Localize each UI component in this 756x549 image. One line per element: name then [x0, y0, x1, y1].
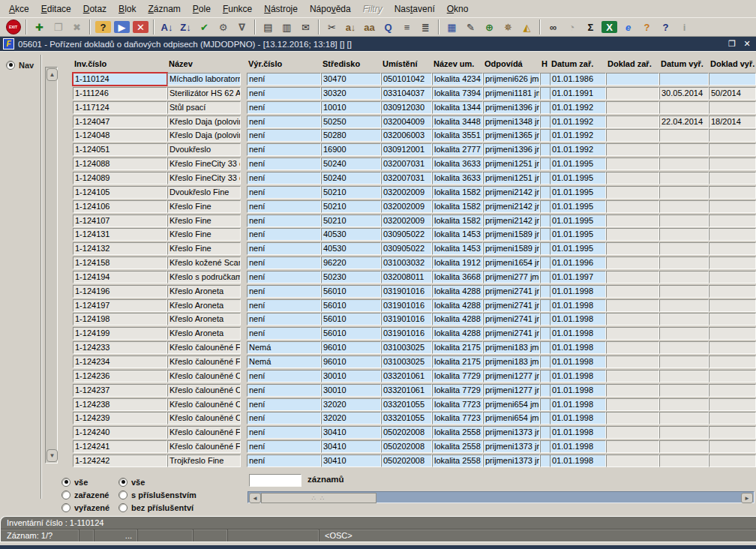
- grid-cell[interactable]: 50/2014: [709, 87, 756, 100]
- grid-cell[interactable]: [540, 242, 550, 255]
- grid-cell[interactable]: prijmeni183 jme: [483, 356, 540, 368]
- grid-cell[interactable]: 1-124089: [73, 172, 167, 184]
- grid-cell[interactable]: není: [247, 172, 321, 184]
- grid-cell[interactable]: [540, 228, 550, 241]
- grid-cell[interactable]: prijmeni2741 jm: [483, 299, 540, 312]
- filter-icon[interactable]: ∇: [232, 19, 251, 35]
- grid-cell[interactable]: Nemá: [247, 341, 321, 354]
- exit-button[interactable]: EXIT: [4, 19, 22, 35]
- grid-cell[interactable]: [540, 186, 550, 199]
- grid-cell[interactable]: 1-124105: [73, 186, 167, 199]
- print-icon[interactable]: ▤: [259, 19, 278, 35]
- grid-cell[interactable]: lokalita 3551: [432, 129, 483, 142]
- grid-cell[interactable]: [540, 299, 550, 312]
- grid-cell[interactable]: Křeslo čalouněné O: [167, 370, 241, 382]
- grid-cell[interactable]: 30410: [321, 440, 381, 453]
- grid-cell[interactable]: [540, 370, 550, 382]
- grid-cell[interactable]: prijmeni277 jme: [483, 271, 540, 284]
- grid-cell[interactable]: [606, 73, 659, 86]
- grid-cell[interactable]: Křeslo Aroneta: [167, 313, 241, 326]
- horizontal-scrollbar[interactable]: ◄ ∴ ∴ ►: [248, 491, 754, 503]
- grid-cell[interactable]: prijmeni1373 jm: [483, 426, 540, 439]
- grid-cell[interactable]: [606, 384, 659, 397]
- grid-cell[interactable]: prijmeni1589 jm: [483, 242, 540, 255]
- grid-cell[interactable]: 56010: [321, 327, 381, 340]
- grid-cell[interactable]: 01.01.1998: [550, 341, 606, 354]
- grid-cell[interactable]: 01.01.1995: [550, 200, 606, 213]
- grid-cell[interactable]: [659, 454, 709, 467]
- sum-icon[interactable]: Σ: [581, 19, 600, 35]
- grid-cell[interactable]: [659, 214, 709, 227]
- grid-cell[interactable]: není: [247, 158, 321, 170]
- grid-cell[interactable]: 01.01.1998: [550, 384, 606, 397]
- grid-cell[interactable]: 30470: [321, 73, 381, 86]
- grid-cell[interactable]: Křeslo Fine: [167, 214, 241, 227]
- grid-cell[interactable]: [606, 186, 659, 199]
- grid-cell[interactable]: [709, 256, 756, 269]
- grid-cell[interactable]: 01.01.1992: [550, 116, 606, 128]
- grid-cell[interactable]: 30320: [321, 87, 381, 100]
- grid-cell[interactable]: 01.01.1998: [550, 398, 606, 411]
- grid-cell[interactable]: není: [247, 101, 321, 114]
- grid-cell[interactable]: 50210: [321, 214, 381, 227]
- grid-cell[interactable]: 01.01.1992: [550, 129, 606, 142]
- grid-cell[interactable]: prijmeni1373 jm: [483, 440, 540, 453]
- grid-cell[interactable]: 01.01.1998: [550, 440, 606, 453]
- grid-cell[interactable]: není: [247, 285, 321, 298]
- grid-cell[interactable]: není: [247, 228, 321, 241]
- find-icon[interactable]: Q: [379, 19, 398, 35]
- cancel-query-icon[interactable]: ✕: [131, 19, 150, 35]
- grid-cell[interactable]: 01.01.1998: [550, 327, 606, 340]
- grid-cell[interactable]: 031901016: [381, 313, 432, 326]
- grid-cell[interactable]: není: [247, 214, 321, 227]
- grid-cell[interactable]: 050101042: [381, 73, 432, 86]
- grid-cell[interactable]: [540, 101, 550, 114]
- grid-cell[interactable]: lokalita 3633: [432, 172, 483, 184]
- grid-cell[interactable]: není: [247, 116, 321, 128]
- grid-cell[interactable]: [659, 186, 709, 199]
- grid-cell[interactable]: Křeslo čalouněné O: [167, 412, 241, 424]
- scroll-right-button[interactable]: ►: [741, 493, 753, 503]
- grid-cell[interactable]: [659, 313, 709, 326]
- grid-cell[interactable]: není: [247, 440, 321, 453]
- grid-cell[interactable]: lokalita 2175: [432, 356, 483, 368]
- grid-cell[interactable]: 031003032: [381, 256, 432, 269]
- grid-cell[interactable]: prijmeni183 jme: [483, 341, 540, 354]
- grid-cell[interactable]: 50240: [321, 172, 381, 184]
- grid-cell[interactable]: 10010: [321, 101, 381, 114]
- print-preview-icon[interactable]: ▥: [278, 19, 296, 35]
- grid-cell[interactable]: prijmeni1277 jm: [483, 384, 540, 397]
- vertical-scrollbar[interactable]: ▲ ▼: [45, 67, 58, 464]
- grid-cell[interactable]: není: [247, 384, 321, 397]
- grid-cell[interactable]: Křeslo čalouněné F: [167, 426, 241, 439]
- grid-cell[interactable]: 032006003: [381, 129, 432, 142]
- grid-cell[interactable]: [709, 341, 756, 354]
- grid-cell[interactable]: [709, 384, 756, 397]
- browser-icon[interactable]: e: [619, 19, 638, 35]
- grid-cell[interactable]: 1-124047: [73, 116, 167, 128]
- scroll-up-button[interactable]: ▲: [46, 68, 58, 81]
- grid-cell[interactable]: 1-124107: [73, 214, 167, 227]
- grid-cell[interactable]: Křeslo FineCity 33 č: [167, 158, 241, 170]
- grid-cell[interactable]: 01.01.1995: [550, 172, 606, 184]
- grid-cell[interactable]: [540, 412, 550, 424]
- grid-cell[interactable]: prijmeni1365 jm: [483, 129, 540, 142]
- grid-cell[interactable]: není: [247, 370, 321, 382]
- restore-window-button[interactable]: ❐: [726, 39, 738, 50]
- grid-cell[interactable]: Křeslo FineCity 33 č: [167, 172, 241, 184]
- grid-cell[interactable]: [659, 370, 709, 382]
- menu-zaznam[interactable]: Záznam: [142, 2, 186, 16]
- grid-cell[interactable]: [540, 327, 550, 340]
- grid-cell[interactable]: [659, 398, 709, 411]
- grid-cell[interactable]: Křeslo Daja (polovin: [167, 116, 241, 128]
- grid-cell[interactable]: 050202008: [381, 454, 432, 467]
- grid-cell[interactable]: 01.01.1998: [550, 313, 606, 326]
- grid-cell[interactable]: Nemá: [247, 356, 321, 368]
- mail-icon[interactable]: ✉: [296, 19, 315, 35]
- grid-cell[interactable]: [540, 285, 550, 298]
- grid-cell[interactable]: prijmeni1396 jm: [483, 101, 540, 114]
- grid-cell[interactable]: 031901016: [381, 327, 432, 340]
- report-view-icon[interactable]: ∞: [544, 19, 562, 35]
- grid-cell[interactable]: [709, 172, 756, 184]
- grid-cell[interactable]: [540, 384, 550, 397]
